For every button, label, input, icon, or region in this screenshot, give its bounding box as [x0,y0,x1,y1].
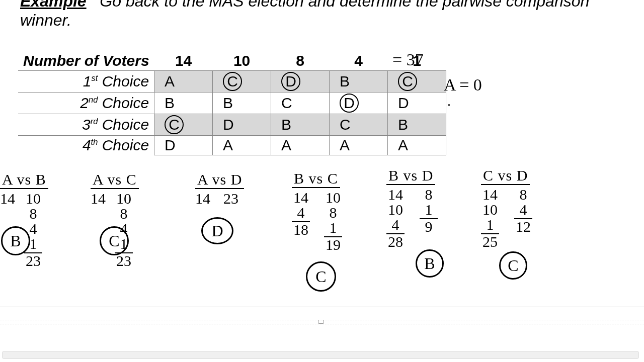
number-of-voters-label: Number of Voters [18,51,154,71]
pair-bd-winner-circle: B [416,249,444,278]
cell-r3-c4: C [330,114,388,136]
cell-r4-c4: A [330,136,388,155]
cell-r2-c4: D [330,93,388,114]
example-heading-line1: Example Go back to the MAS election and … [20,0,589,11]
cell-r3-c2: D [213,114,271,136]
pair-ab-title: A vs B [0,171,48,189]
resize-handle[interactable] [318,320,324,324]
cell-r2-c5: D [388,93,446,114]
cell-r4-c2: A [213,136,271,155]
pair-cd-title: C vs D [481,167,530,185]
pair-ab-winner-circle: B [1,226,30,255]
rank-3-label: 3rd Choice [18,114,154,136]
cell-r4-c5: A [388,136,446,155]
cell-r3-c5: B [388,114,446,136]
cell-r4-c3: A [271,136,330,155]
heading-remainder: Go back to the MAS election and determin… [100,0,589,10]
rank-2-label: 2nd Choice [18,93,154,114]
cell-r2-c1: B [154,93,213,114]
cell-r1-c5: C [388,71,446,93]
cell-r3-c1: C [154,114,213,136]
pair-a-vs-d: A vs D 14 23 [195,171,244,206]
cell-r1-c1: A [154,71,213,93]
voter-count-col-2: 10 [213,51,271,71]
dot-mark: • [448,102,450,110]
horizontal-scrollbar[interactable] [2,351,639,359]
divider-dashed-2 [0,324,644,324]
cell-r4-c1: D [154,136,213,155]
pair-b-vs-c: B vs C 14 4 18 10 8 1 19 [292,170,342,252]
example-heading-line2: winner. [20,11,71,30]
rank-4-label: 4th Choice [18,136,154,155]
pair-c-vs-d: C vs D 14 10 1 25 8 4 12 [481,167,532,249]
voter-count-col-4: 4 [330,51,388,71]
rank-1-label: 1st Choice [18,71,154,93]
voter-count-col-3: 8 [271,51,330,71]
cell-r1-c4: B [330,71,388,93]
pair-b-vs-d: B vs D 14 10 4 28 8 1 9 [386,167,438,249]
a-score-annotation: A = 0 [444,75,482,95]
preference-table: Number of Voters 14 10 8 4 1 1st Choice … [18,51,446,155]
cell-r2-c2: B [213,93,271,114]
pair-ac-title: A vs C [91,171,139,189]
cell-r1-c3: D [271,71,330,93]
example-underlined-label: Example [20,0,87,10]
cell-r3-c3: B [271,114,330,136]
pair-bd-title: B vs D [386,167,435,185]
pair-ad-title: A vs D [195,171,244,189]
pair-bc-title: B vs C [292,170,340,188]
pair-a-vs-b: A vs B 14 10 8 4 1 23 [0,171,48,268]
divider-solid [0,307,644,307]
pair-cd-winner-circle: C [499,251,527,280]
cell-r2-c3: C [271,93,330,114]
pair-ac-winner-circle: C [100,226,129,255]
voter-count-col-1: 14 [154,51,213,71]
cell-r1-c2: C [213,71,271,93]
pair-bc-winner-circle: C [306,261,336,292]
total-voters-annotation: = 37 [392,50,424,69]
pair-ad-winner-circle: D [201,217,233,244]
